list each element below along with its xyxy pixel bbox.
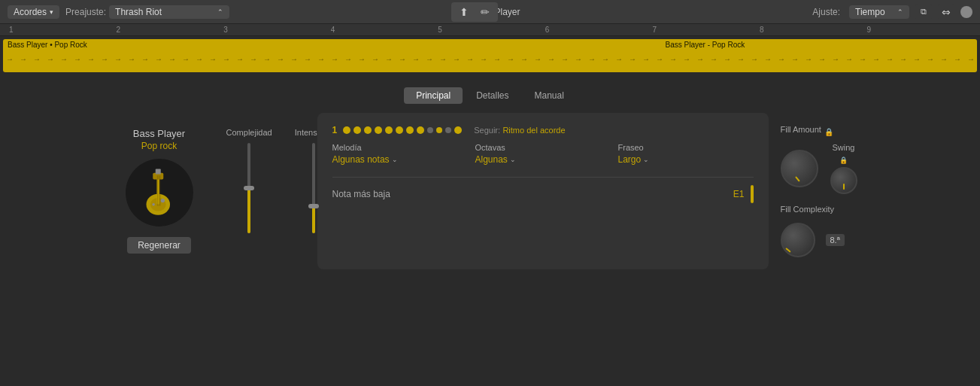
preset-chevron-icon: ⌃ [217, 8, 223, 16]
ruler-mark: 3 [222, 26, 329, 34]
pattern-dot[interactable] [396, 126, 403, 134]
pattern-dot[interactable] [385, 126, 393, 134]
ruler-mark: 2 [115, 26, 223, 34]
swap-icon[interactable]: ⇔ [938, 4, 954, 20]
adjust-label: Ajuste: [812, 7, 840, 17]
tab-manual[interactable]: Manual [523, 87, 576, 104]
plugin-panel: Bass Player Pop rock Regenerar [77, 113, 904, 269]
seguir-group: Seguir: Ritmo del acorde [474, 125, 565, 135]
pattern-number: 1 [332, 125, 338, 135]
params-grid: Melodía Algunas notas ⌄ Octavas Algunas … [332, 143, 754, 165]
tabs: Principal Detalles Manual [404, 87, 576, 104]
ruler-marks: 1 2 3 4 5 6 7 8 9 [8, 26, 972, 34]
fill-complexity-group: Fill Complexity 8.ª [781, 205, 892, 257]
regenerate-button[interactable]: Regenerar [127, 237, 191, 254]
pattern-dot[interactable] [445, 127, 451, 133]
svg-rect-4 [155, 169, 160, 175]
fraseo-chevron-icon: ⌄ [643, 156, 649, 163]
seguir-value[interactable]: Ritmo del acorde [502, 126, 565, 135]
pattern-dot[interactable] [454, 126, 462, 134]
nota-value: E1 [733, 189, 745, 199]
param-melodia: Melodía Algunas notas ⌄ [332, 143, 468, 165]
toolbar-right: Ajuste: Tiempo ⌃ ⧉ ⇔ [812, 4, 972, 20]
ruler-mark: 9 [866, 26, 973, 34]
pattern-dot[interactable] [406, 126, 414, 134]
instrument-name: Bass Player [133, 128, 185, 139]
track-region[interactable]: Bass Player • Pop Rock Bass Player - Pop… [3, 39, 977, 72]
fill-complexity-indicator [785, 248, 790, 253]
preset-dropdown[interactable]: Thrash Riot ⌃ [109, 5, 229, 19]
link-icon[interactable]: ⧉ [915, 4, 932, 20]
nota-row: Nota más baja E1 [332, 177, 754, 203]
fraseo-value[interactable]: Largo ⌄ [618, 154, 650, 165]
pattern-dot[interactable] [427, 127, 433, 133]
ruler-mark: 7 [651, 26, 758, 34]
main-content: Principal Detalles Manual Bass Player Po… [0, 75, 980, 269]
fill-amount-indicator [795, 176, 800, 181]
select-tool-btn[interactable]: ⬆ [456, 4, 472, 20]
complejidad-thumb [244, 186, 254, 190]
chord-label: Acordes [14, 7, 47, 17]
tool-group: ⬆ ✏ [451, 2, 498, 22]
adjust-dropdown[interactable]: Tiempo ⌃ [849, 5, 909, 19]
pattern-row: 1 Seguir: Ritmo del a [332, 125, 754, 135]
instrument-style: Pop rock [141, 141, 177, 151]
adjust-value: Tiempo [855, 7, 885, 17]
param-octavas: Octavas Algunas ⌄ [475, 143, 611, 165]
ruler-mark: 8 [758, 26, 866, 34]
timeline-ruler: 1 2 3 4 5 6 7 8 9 [0, 24, 980, 36]
complejidad-label: Complejidad [226, 128, 272, 137]
track-waveform: →→→→→→→→→→→→→→→→→→→→→→→→→→→→→→→→→→→→→→→→… [3, 48, 977, 69]
svg-point-8 [160, 199, 164, 202]
pattern-dot[interactable] [417, 126, 424, 134]
fill-amount-lock-icon: 🔒 [824, 128, 833, 136]
pattern-dot[interactable] [353, 126, 361, 134]
pattern-dot[interactable] [364, 126, 372, 134]
pattern-dot[interactable] [436, 127, 442, 133]
preset-label: Preajuste: [65, 7, 106, 17]
octavas-chevron-icon: ⌄ [510, 156, 516, 163]
octavas-value[interactable]: Algunas ⌄ [475, 154, 516, 165]
fill-amount-knob[interactable] [781, 150, 818, 187]
pattern-dot[interactable] [343, 126, 350, 134]
melodia-value[interactable]: Algunas notas ⌄ [332, 154, 398, 165]
fill-amount-group: Fill Amount 🔒 Swing 🔒 [781, 125, 892, 194]
left-section: Bass Player Pop rock Regenerar [77, 113, 242, 269]
fill-complexity-row-inner: 8.ª [781, 223, 892, 257]
sliders-section: Complejidad Intensidad [242, 113, 317, 269]
chord-dropdown[interactable]: Acordes ▾ [8, 5, 59, 19]
swing-label: Swing [833, 143, 855, 152]
fill-complexity-knob[interactable] [781, 223, 815, 257]
melodia-chevron-icon: ⌄ [392, 156, 398, 163]
chord-chevron-icon: ▾ [50, 8, 53, 16]
pattern-dot[interactable] [375, 126, 382, 134]
tab-detalles[interactable]: Detalles [464, 87, 520, 104]
center-section: 1 Seguir: Ritmo del a [317, 113, 769, 269]
complejidad-slider-col: Complejidad [226, 128, 272, 233]
ruler-mark: 6 [544, 26, 651, 34]
right-section: Fill Amount 🔒 Swing 🔒 [769, 113, 904, 269]
ruler-mark: 4 [329, 26, 437, 34]
nota-mini-bar [751, 185, 754, 203]
seguir-label: Seguir: [474, 126, 500, 135]
intensidad-thumb [308, 204, 319, 208]
svg-point-9 [152, 203, 155, 206]
adjust-chevron-icon: ⌃ [897, 8, 903, 16]
intensidad-slider[interactable] [312, 143, 315, 233]
complejidad-slider[interactable] [247, 143, 250, 233]
fill-complexity-label: Fill Complexity [781, 205, 892, 214]
fraseo-label: Fraseo [618, 143, 644, 152]
swing-knob[interactable] [830, 167, 857, 194]
guitar-icon [137, 166, 182, 219]
circle-icon[interactable] [960, 6, 972, 18]
ruler-mark: 5 [436, 26, 544, 34]
ruler-mark: 1 [8, 26, 115, 34]
track-lane: Bass Player • Pop Rock Bass Player - Pop… [0, 36, 980, 75]
swing-indicator [843, 184, 845, 190]
param-fraseo: Fraseo Largo ⌄ [618, 143, 754, 165]
swing-lock-icon: 🔒 [839, 157, 848, 164]
tab-principal[interactable]: Principal [404, 87, 463, 104]
melodia-label: Melodía [332, 143, 362, 152]
octavas-label: Octavas [475, 143, 505, 152]
pencil-tool-btn[interactable]: ✏ [477, 4, 493, 20]
